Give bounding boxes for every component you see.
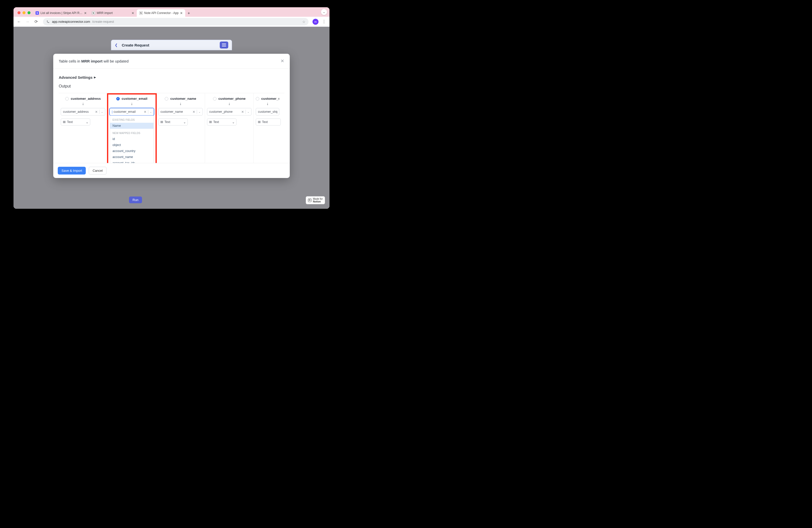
browser-toolbar: ← → ⟳ app.noteapiconnector.com/create-re… xyxy=(14,17,330,27)
chevron-down-icon[interactable]: ⌄ xyxy=(183,120,186,124)
close-modal-button[interactable]: ✕ xyxy=(280,58,284,64)
column-checkbox[interactable] xyxy=(256,97,259,101)
chevron-down-icon[interactable]: ⌄ xyxy=(247,111,250,113)
app-surface: ❮ Create Request Run N Made forNotion Ta… xyxy=(14,27,330,209)
modal-header: Table cells in MRR import will be update… xyxy=(53,54,290,69)
column-name: customer_phone xyxy=(218,97,246,101)
field-dropdown: EXISTING FIELDS Name NEW MAPPED FIELDS i… xyxy=(110,116,154,163)
field-select[interactable]: customer_name ✕ ⌄ xyxy=(158,108,203,116)
url-path: /create-request xyxy=(92,20,114,24)
tab-note-api-connector[interactable]: N Note API Connector - App ✕ xyxy=(137,9,185,17)
field-select[interactable]: customer_phone ✕ ⌄ xyxy=(207,108,251,116)
text-type-icon xyxy=(258,121,261,123)
dropdown-item[interactable]: account_country xyxy=(110,148,154,154)
output-label: Output xyxy=(59,84,284,88)
type-select[interactable]: Text ⌄ xyxy=(61,118,90,126)
type-select[interactable]: Text xyxy=(256,118,281,126)
profile-avatar[interactable]: m xyxy=(313,19,319,25)
modal-footer: Save & Import Cancel xyxy=(53,163,290,178)
page-header: ❮ Create Request xyxy=(111,40,232,50)
window-controls xyxy=(16,11,33,17)
dropdown-item[interactable]: id xyxy=(110,136,154,142)
column-checkbox[interactable] xyxy=(213,97,217,101)
close-tab-icon[interactable]: ✕ xyxy=(180,11,183,15)
clear-icon[interactable]: ✕ xyxy=(95,110,98,114)
minimize-window[interactable] xyxy=(23,11,26,14)
column-checkbox[interactable] xyxy=(65,97,69,101)
svg-point-1 xyxy=(48,22,49,23)
tab-overflow-button[interactable]: ⌄ xyxy=(321,9,327,15)
chevron-down-icon[interactable]: ⌄ xyxy=(232,120,235,124)
dropdown-section-new: NEW MAPPED FIELDS xyxy=(110,129,154,136)
chevron-down-icon[interactable]: ⌄ xyxy=(86,120,88,124)
chevron-right-icon: ▸ xyxy=(94,75,96,79)
column-customer-email: customer_email ↓ | customer_email ✕ ⌄ EX… xyxy=(107,93,156,163)
tab-stripe[interactable]: S List all invoices | Stripe API R… ✕ xyxy=(33,9,89,17)
back-button[interactable]: ← xyxy=(16,19,22,24)
arrow-down-icon: ↓ xyxy=(61,102,105,106)
maximize-window[interactable] xyxy=(28,11,30,14)
column-customer-phone: customer_phone ↓ customer_phone ✕ ⌄ Text xyxy=(205,93,254,163)
arrow-down-icon: ↓ xyxy=(207,102,251,106)
reload-button[interactable]: ⟳ xyxy=(33,19,39,24)
close-window[interactable] xyxy=(17,11,20,14)
browser-menu-icon[interactable]: ⋮ xyxy=(321,19,327,24)
favicon-note-api: N xyxy=(139,11,143,15)
clear-icon[interactable]: ✕ xyxy=(241,110,245,114)
column-customer-address: customer_address ↓ customer_address ✕ ⌄ … xyxy=(59,93,107,163)
tab-mrr-import[interactable]: N MRR import ✕ xyxy=(89,9,137,17)
browser-tab-bar: S List all invoices | Stripe API R… ✕ N … xyxy=(14,7,330,17)
type-select[interactable]: Text ⌄ xyxy=(207,118,236,126)
text-type-icon xyxy=(160,121,163,123)
page-back-button[interactable]: ❮ xyxy=(115,43,118,47)
chevron-down-icon[interactable]: ⌄ xyxy=(101,111,103,113)
field-select[interactable]: customer_shippi xyxy=(256,108,279,116)
column-mapping-row: customer_address ↓ customer_address ✕ ⌄ … xyxy=(59,93,284,163)
text-type-icon xyxy=(209,121,212,123)
advanced-settings-toggle[interactable]: Advanced Settings ▸ xyxy=(59,75,284,79)
dropdown-item-name[interactable]: Name xyxy=(110,123,154,129)
page-menu-button[interactable] xyxy=(220,42,228,48)
clear-icon[interactable]: ✕ xyxy=(192,110,196,114)
svg-point-0 xyxy=(47,20,47,21)
forward-button[interactable]: → xyxy=(25,19,30,24)
column-name: customer_name xyxy=(170,97,196,101)
address-bar[interactable]: app.noteapiconnector.com/create-request … xyxy=(43,18,308,26)
tab-title: Note API Connector - App xyxy=(144,11,178,15)
chevron-down-icon[interactable]: ⌄ xyxy=(198,111,201,113)
dropdown-item[interactable]: account_name xyxy=(110,154,154,160)
close-tab-icon[interactable]: ✕ xyxy=(84,11,87,15)
field-select[interactable]: customer_address ✕ ⌄ xyxy=(61,108,105,116)
chevron-down-icon[interactable]: ⌄ xyxy=(149,111,152,113)
cancel-button[interactable]: Cancel xyxy=(89,167,106,175)
column-checkbox[interactable] xyxy=(116,97,120,101)
dropdown-item[interactable]: account_tax_ids xyxy=(110,160,154,163)
made-for-notion-badge[interactable]: N Made forNotion xyxy=(306,196,325,204)
new-tab-button[interactable]: + xyxy=(185,10,192,17)
clear-icon[interactable]: ✕ xyxy=(143,110,147,114)
tab-title: List all invoices | Stripe API R… xyxy=(41,11,83,15)
run-button[interactable]: Run xyxy=(129,196,142,203)
column-name: customer_shippi xyxy=(261,97,279,101)
modal-title-bold: MRR import xyxy=(81,59,102,63)
type-select[interactable]: Text ⌄ xyxy=(158,118,188,126)
close-tab-icon[interactable]: ✕ xyxy=(131,11,134,15)
modal-title-prefix: Table cells in xyxy=(59,59,81,63)
favicon-stripe: S xyxy=(35,11,39,15)
site-info-icon[interactable] xyxy=(46,20,50,24)
page-title: Create Request xyxy=(122,43,149,47)
column-checkbox[interactable] xyxy=(165,97,168,101)
modal-title-suffix: will be updated xyxy=(102,59,129,63)
arrow-down-icon: ↓ xyxy=(110,102,154,106)
column-customer-shipping: customer_shippi ↓ customer_shippi Text xyxy=(254,93,281,163)
favicon-notion: N xyxy=(92,11,95,15)
dropdown-item[interactable]: object xyxy=(110,142,154,148)
dropdown-section-existing: EXISTING FIELDS xyxy=(110,116,154,123)
column-name: customer_email xyxy=(122,97,147,101)
field-select[interactable]: | customer_email ✕ ⌄ EXISTING FIELDS Nam… xyxy=(110,108,154,116)
bookmark-icon[interactable]: ☆ xyxy=(302,20,305,24)
column-customer-name: customer_name ↓ customer_name ✕ ⌄ Text xyxy=(156,93,205,163)
save-import-button[interactable]: Save & Import xyxy=(58,167,86,175)
tab-title: MRR import xyxy=(97,11,113,15)
column-name: customer_address xyxy=(71,97,101,101)
